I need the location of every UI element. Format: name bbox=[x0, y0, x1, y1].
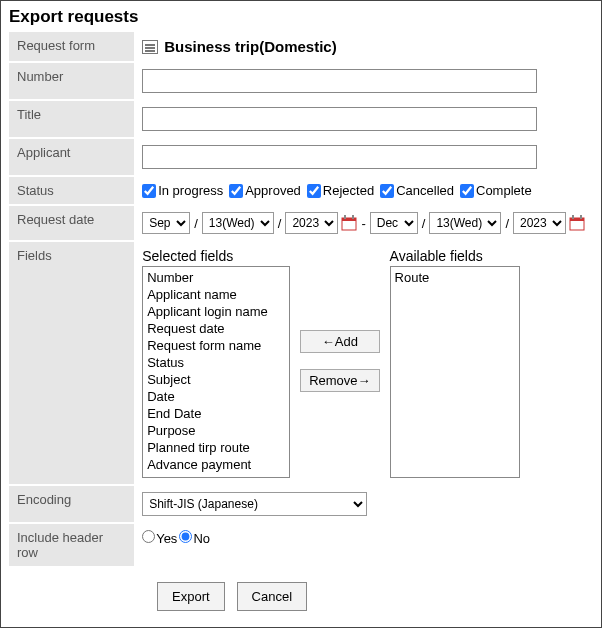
calendar-icon[interactable] bbox=[569, 215, 585, 231]
header-yes-label: Yes bbox=[156, 531, 177, 546]
header-no-label: No bbox=[193, 531, 210, 546]
status-approved-label: Approved bbox=[245, 183, 301, 198]
list-item[interactable]: Date bbox=[143, 388, 289, 405]
to-day-select[interactable]: 13(Wed) bbox=[429, 212, 501, 234]
label-fields: Fields bbox=[9, 241, 134, 485]
list-item[interactable]: End Date bbox=[143, 405, 289, 422]
list-item[interactable]: Status bbox=[143, 354, 289, 371]
title-input[interactable] bbox=[142, 107, 537, 131]
add-button[interactable]: ←Add bbox=[300, 330, 379, 353]
date-sep: / bbox=[422, 216, 426, 231]
from-month-select[interactable]: Sep bbox=[142, 212, 190, 234]
list-item[interactable]: Planned tirp route bbox=[143, 439, 289, 456]
svg-rect-6 bbox=[572, 215, 574, 219]
svg-rect-3 bbox=[352, 215, 354, 219]
label-request-form: Request form bbox=[9, 31, 134, 62]
to-month-select[interactable]: Dec bbox=[370, 212, 418, 234]
label-include-header: Include header row bbox=[9, 523, 134, 566]
from-year-select[interactable]: 2023 bbox=[285, 212, 338, 234]
label-title: Title bbox=[9, 100, 134, 138]
status-in-progress-label: In progress bbox=[158, 183, 223, 198]
header-no-radio[interactable] bbox=[179, 530, 192, 543]
header-yes-radio[interactable] bbox=[142, 530, 155, 543]
calendar-icon[interactable] bbox=[341, 215, 357, 231]
from-day-select[interactable]: 13(Wed) bbox=[202, 212, 274, 234]
label-request-date: Request date bbox=[9, 205, 134, 241]
cancel-button[interactable]: Cancel bbox=[237, 582, 307, 611]
status-rejected-label: Rejected bbox=[323, 183, 374, 198]
available-fields-title: Available fields bbox=[390, 248, 520, 264]
selected-fields-title: Selected fields bbox=[142, 248, 290, 264]
date-sep: / bbox=[278, 216, 282, 231]
list-item[interactable]: Number bbox=[143, 269, 289, 286]
list-item[interactable]: Applicant name bbox=[143, 286, 289, 303]
status-approved-checkbox[interactable] bbox=[229, 184, 243, 198]
status-complete-checkbox[interactable] bbox=[460, 184, 474, 198]
label-number: Number bbox=[9, 62, 134, 100]
list-item[interactable]: Request form name bbox=[143, 337, 289, 354]
form-name-text: Business trip(Domestic) bbox=[164, 38, 337, 55]
list-item[interactable]: Advance payment bbox=[143, 456, 289, 473]
list-item[interactable]: Travel expense bbox=[143, 473, 289, 478]
status-complete-label: Complete bbox=[476, 183, 532, 198]
date-sep: / bbox=[505, 216, 509, 231]
date-sep: / bbox=[194, 216, 198, 231]
status-rejected-checkbox[interactable] bbox=[307, 184, 321, 198]
svg-rect-7 bbox=[580, 215, 582, 219]
status-cancelled-checkbox[interactable] bbox=[380, 184, 394, 198]
label-encoding: Encoding bbox=[9, 485, 134, 523]
form-icon bbox=[142, 40, 158, 54]
remove-button[interactable]: Remove→ bbox=[300, 369, 379, 392]
status-in-progress-checkbox[interactable] bbox=[142, 184, 156, 198]
list-item[interactable]: Applicant login name bbox=[143, 303, 289, 320]
selected-fields-listbox[interactable]: NumberApplicant nameApplicant login name… bbox=[142, 266, 290, 478]
encoding-select[interactable]: Shift-JIS (Japanese) bbox=[142, 492, 367, 516]
status-cancelled-label: Cancelled bbox=[396, 183, 454, 198]
available-fields-listbox[interactable]: Route bbox=[390, 266, 520, 478]
to-year-select[interactable]: 2023 bbox=[513, 212, 566, 234]
applicant-input[interactable] bbox=[142, 145, 537, 169]
label-applicant: Applicant bbox=[9, 138, 134, 176]
list-item[interactable]: Subject bbox=[143, 371, 289, 388]
number-input[interactable] bbox=[142, 69, 537, 93]
list-item[interactable]: Request date bbox=[143, 320, 289, 337]
label-status: Status bbox=[9, 176, 134, 205]
page-title: Export requests bbox=[9, 7, 593, 27]
export-button[interactable]: Export bbox=[157, 582, 225, 611]
range-sep: - bbox=[361, 216, 365, 231]
list-item[interactable]: Route bbox=[391, 269, 519, 286]
svg-rect-2 bbox=[344, 215, 346, 219]
list-item[interactable]: Purpose bbox=[143, 422, 289, 439]
